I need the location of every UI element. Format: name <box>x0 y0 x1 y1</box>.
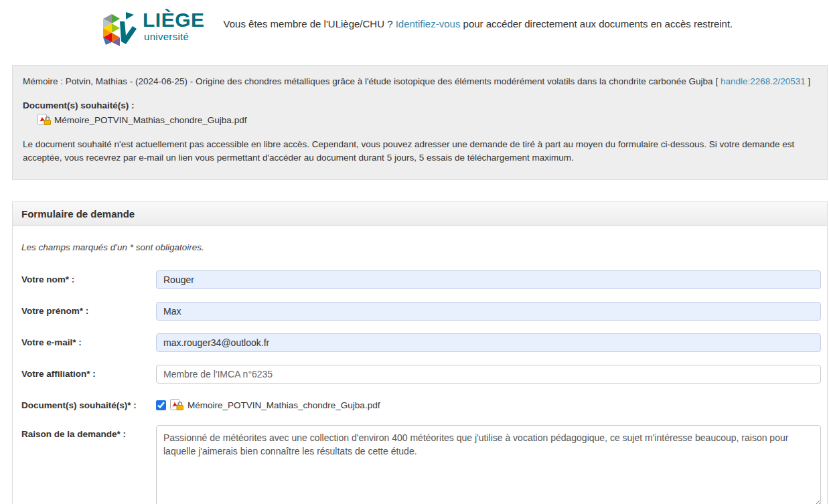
prenom-label: Votre prénom* : <box>21 302 156 321</box>
affiliation-input[interactable] <box>156 365 821 384</box>
raison-label: Raison de la demande* : <box>21 425 156 504</box>
nom-input[interactable] <box>156 270 821 289</box>
logo-title: LIÈGE <box>143 10 205 30</box>
reference-suffix: ] <box>806 76 811 86</box>
document-file-line: Mémoire_POTVIN_Mathias_chondre_Gujba.pdf <box>23 114 817 127</box>
raison-textarea[interactable]: Passionné de météorites avec une collect… <box>156 425 821 504</box>
uliege-mosaic-icon <box>99 8 138 49</box>
affiliation-label: Votre affiliation* : <box>21 365 156 384</box>
required-fields-note: Les champs marqués d'un * sont obligatoi… <box>21 242 821 252</box>
uliege-logo-text: LIÈGE université <box>143 8 205 42</box>
email-label: Votre e-mail* : <box>21 333 156 352</box>
field-row-documents: Document(s) souhaité(s)* : Mémoire_POTVI… <box>21 396 821 412</box>
membership-text-before: Vous êtes membre de l'ULiège/CHU ? <box>224 18 396 29</box>
document-info-box: Mémoire : Potvin, Mathias - (2024-06-25)… <box>12 65 828 180</box>
field-row-email: Votre e-mail* : <box>21 333 821 352</box>
field-row-nom: Votre nom* : <box>21 270 821 289</box>
identify-link[interactable]: Identifiez-vous <box>396 18 461 29</box>
membership-banner: Vous êtes membre de l'ULiège/CHU ? Ident… <box>224 8 733 29</box>
nom-label: Votre nom* : <box>21 270 156 289</box>
checkbox-document-filename: Mémoire_POTVIN_Mathias_chondre_Gujba.pdf <box>187 400 380 410</box>
document-checkbox[interactable] <box>156 400 166 410</box>
documents-field-label: Document(s) souhaité(s)* : <box>21 396 156 412</box>
handle-link[interactable]: handle:2268.2/20531 <box>721 76 806 86</box>
form-body: Les champs marqués d'un * sont obligatoi… <box>13 226 827 504</box>
document-checkbox-row: Mémoire_POTVIN_Mathias_chondre_Gujba.pdf <box>156 396 821 412</box>
uliege-logo[interactable]: LIÈGE université <box>99 8 205 49</box>
form-title: Formulaire de demande <box>13 202 827 226</box>
pdf-lock-icon <box>170 399 183 412</box>
logo-subtitle: université <box>144 31 205 42</box>
page-header: LIÈGE université Vous êtes membre de l'U… <box>0 0 829 65</box>
document-reference: Mémoire : Potvin, Mathias - (2024-06-25)… <box>23 75 817 88</box>
email-input[interactable] <box>156 333 821 352</box>
document-filename: Mémoire_POTVIN_Mathias_chondre_Gujba.pdf <box>54 115 246 125</box>
pdf-lock-icon <box>37 114 51 127</box>
documents-wanted-label: Document(s) souhaité(s) : <box>23 100 817 110</box>
field-row-affiliation: Votre affiliation* : <box>21 365 821 384</box>
field-row-raison: Raison de la demande* : Passionné de mét… <box>21 425 821 504</box>
request-form: Formulaire de demande Les champs marqués… <box>12 201 828 504</box>
membership-text-after: pour accéder directement aux documents e… <box>460 18 733 29</box>
reference-text: Mémoire : Potvin, Mathias - (2024-06-25)… <box>23 76 721 86</box>
prenom-input[interactable] <box>156 302 821 321</box>
access-notice: Le document souhaité n'est actuellement … <box>23 138 817 165</box>
field-row-prenom: Votre prénom* : <box>21 302 821 321</box>
